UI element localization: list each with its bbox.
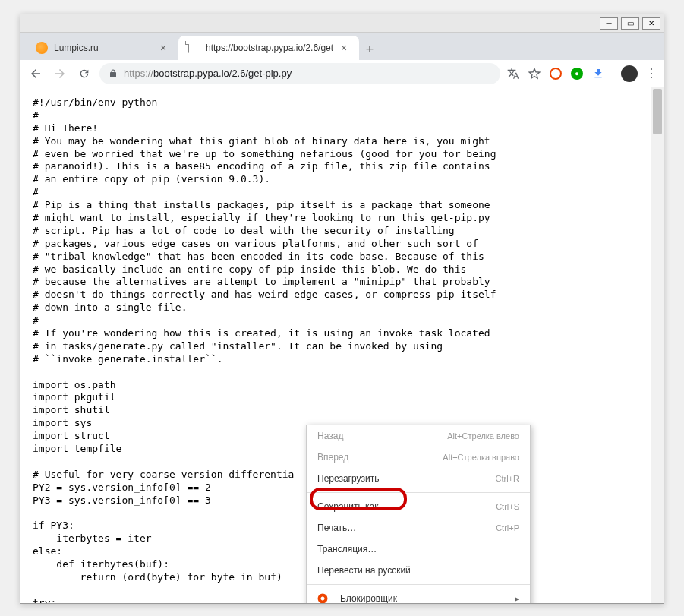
close-icon[interactable]: ×	[338, 42, 350, 54]
ctx-shortcut: Alt+Стрелка вправо	[443, 453, 519, 462]
scrollbar[interactable]	[651, 87, 664, 603]
scroll-thumb[interactable]	[653, 89, 662, 134]
ctx-forward[interactable]: Вперед Alt+Стрелка вправо	[307, 447, 530, 468]
back-button[interactable]	[27, 65, 45, 83]
address-bar: https://bootstrap.pypa.io/2.6/get-pip.py…	[20, 60, 664, 87]
adblock-icon[interactable]: ●	[570, 67, 584, 81]
avatar[interactable]	[621, 65, 638, 82]
opera-ext-icon[interactable]	[549, 67, 563, 81]
ctx-cast[interactable]: Трансляция…	[307, 539, 530, 560]
ctx-label: Сохранить как…	[317, 501, 387, 512]
ctx-label: Вперед	[317, 452, 348, 463]
separator	[307, 584, 530, 585]
reload-button[interactable]	[75, 65, 93, 83]
new-tab-button[interactable]: +	[359, 39, 380, 60]
ctx-print[interactable]: Печать… Ctrl+P	[307, 517, 530, 539]
ctx-translate[interactable]: Перевести на русский	[307, 560, 530, 581]
lock-icon	[109, 69, 118, 78]
browser-window: ─ ▭ ✕ Lumpics.ru × https://bootstrap.pyp…	[20, 14, 664, 604]
ctx-blocker[interactable]: Блокировщик ▸	[307, 588, 530, 603]
star-icon[interactable]	[528, 67, 541, 81]
window-titlebar: ─ ▭ ✕	[20, 14, 664, 33]
separator	[613, 66, 613, 81]
ctx-shortcut: Ctrl+P	[496, 523, 519, 532]
minimize-button[interactable]: ─	[600, 17, 618, 30]
close-window-button[interactable]: ✕	[642, 17, 660, 30]
menu-button[interactable]: ⋮	[645, 66, 657, 81]
tab-strip: Lumpics.ru × https://bootstrap.pypa.io/2…	[20, 33, 664, 60]
maximize-button[interactable]: ▭	[621, 17, 639, 30]
tab-title: https://bootstrap.pypa.io/2.6/get	[206, 43, 333, 53]
orange-icon	[36, 42, 48, 54]
close-icon[interactable]: ×	[157, 42, 169, 54]
context-menu: Назад Alt+Стрелка влево Вперед Alt+Стрел…	[306, 425, 531, 603]
ctx-label: Блокировщик	[340, 593, 397, 603]
ctx-label: Перевести на русский	[317, 565, 411, 576]
url-input[interactable]: https://bootstrap.pypa.io/2.6/get-pip.py	[99, 63, 500, 84]
translate-icon[interactable]	[506, 67, 520, 81]
tab-bootstrap[interactable]: https://bootstrap.pypa.io/2.6/get ×	[178, 36, 359, 60]
ctx-label: Печать…	[317, 523, 356, 533]
ctx-shortcut: Ctrl+R	[496, 474, 519, 483]
ctx-label: Назад	[317, 431, 343, 441]
tab-lumpics[interactable]: Lumpics.ru ×	[27, 36, 178, 60]
chevron-right-icon: ▸	[515, 593, 519, 603]
ctx-reload[interactable]: Перезагрузить Ctrl+R	[307, 468, 530, 489]
separator	[307, 492, 530, 493]
opera-icon	[317, 593, 328, 603]
download-icon[interactable]	[591, 67, 605, 81]
ctx-back[interactable]: Назад Alt+Стрелка влево	[307, 425, 530, 447]
page-content: #!/usr/bin/env python # # Hi There! # Yo…	[20, 87, 664, 603]
url-text: https://bootstrap.pypa.io/2.6/get-pip.py	[124, 68, 491, 79]
ctx-shortcut: Ctrl+S	[496, 502, 519, 511]
tab-title: Lumpics.ru	[54, 43, 153, 53]
ctx-label: Трансляция…	[317, 544, 377, 554]
ctx-save-as[interactable]: Сохранить как… Ctrl+S	[307, 496, 530, 517]
ctx-shortcut: Alt+Стрелка влево	[447, 431, 519, 441]
document-icon	[188, 42, 200, 54]
ctx-label: Перезагрузить	[317, 473, 379, 484]
forward-button[interactable]	[51, 65, 69, 83]
extension-icons: ● ⋮	[506, 65, 657, 82]
